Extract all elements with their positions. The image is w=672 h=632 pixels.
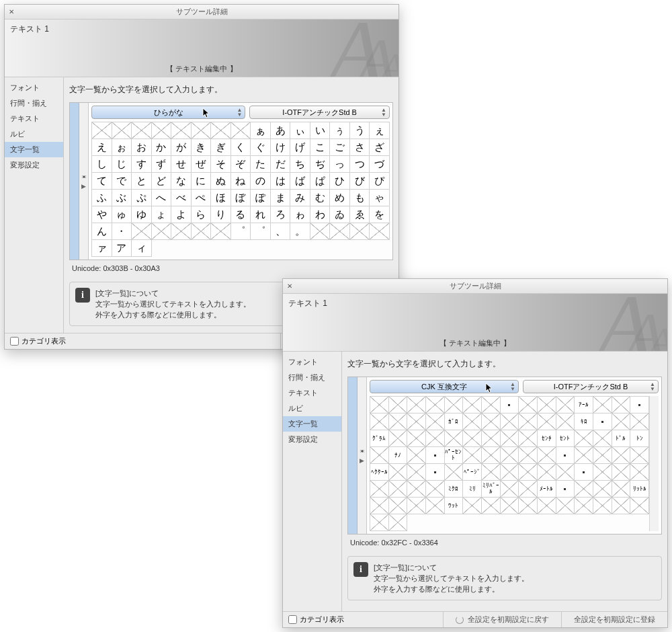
char-cell[interactable]: ｾﾝﾄ bbox=[556, 430, 575, 447]
char-cell[interactable] bbox=[370, 481, 389, 498]
char-cell[interactable]: ﾒｰﾄﾙ bbox=[538, 481, 556, 498]
char-cell[interactable]: で bbox=[112, 173, 132, 190]
char-cell[interactable] bbox=[519, 430, 538, 447]
char-cell[interactable]: ｾﾝﾁ bbox=[538, 430, 556, 447]
sidebar-item[interactable]: フォント bbox=[5, 80, 63, 95]
char-cell[interactable]: げ bbox=[290, 139, 310, 156]
char-cell[interactable]: ﾜｯﾄ bbox=[445, 498, 464, 514]
char-cell[interactable] bbox=[556, 447, 575, 464]
char-cell[interactable]: ァ bbox=[92, 240, 112, 257]
char-cell[interactable]: ぅ bbox=[330, 122, 350, 139]
char-cell[interactable] bbox=[231, 122, 251, 139]
char-cell[interactable]: り bbox=[211, 206, 231, 223]
char-cell[interactable] bbox=[389, 481, 408, 498]
sidebar-item[interactable]: テキスト bbox=[5, 111, 63, 126]
char-cell[interactable] bbox=[426, 464, 445, 481]
char-cell[interactable] bbox=[370, 498, 389, 514]
char-cell[interactable]: ｷﾛ bbox=[575, 413, 593, 430]
visibility-bar[interactable]: ▶ bbox=[79, 103, 89, 260]
char-cell[interactable]: ひ bbox=[330, 173, 350, 190]
char-cell[interactable] bbox=[612, 464, 631, 481]
char-cell[interactable]: ぷ bbox=[132, 190, 152, 206]
category-display-checkbox[interactable]: カテゴリ表示 bbox=[5, 336, 280, 346]
char-cell[interactable]: て bbox=[92, 173, 112, 190]
char-cell[interactable] bbox=[501, 413, 519, 430]
char-cell[interactable]: ゅ bbox=[112, 206, 132, 223]
char-cell[interactable] bbox=[556, 413, 575, 430]
char-cell[interactable]: ﾍﾟｰｼﾞ bbox=[463, 464, 482, 481]
char-cell[interactable] bbox=[445, 464, 464, 481]
char-cell[interactable] bbox=[426, 447, 445, 464]
char-cell[interactable]: へ bbox=[152, 190, 172, 206]
char-cell[interactable] bbox=[389, 514, 408, 531]
char-cell[interactable]: れ bbox=[251, 206, 271, 223]
char-cell[interactable]: ﾄﾝ bbox=[630, 430, 649, 447]
char-cell[interactable]: お bbox=[132, 139, 152, 156]
char-cell[interactable] bbox=[112, 122, 132, 139]
reset-button[interactable]: 全設定を初期設定に戻す bbox=[443, 612, 561, 627]
char-cell[interactable]: そ bbox=[211, 156, 231, 173]
sidebar-item[interactable]: 文字一覧 bbox=[283, 416, 341, 432]
char-cell[interactable] bbox=[556, 498, 575, 514]
char-cell[interactable] bbox=[556, 397, 575, 413]
char-cell[interactable] bbox=[463, 397, 482, 413]
char-cell[interactable]: か bbox=[152, 139, 172, 156]
char-cell[interactable] bbox=[519, 397, 538, 413]
char-cell[interactable] bbox=[407, 464, 426, 481]
char-cell[interactable]: ぼ bbox=[231, 190, 251, 206]
char-cell[interactable]: ｱｰﾙ bbox=[575, 397, 593, 413]
sidebar-item[interactable]: ルビ bbox=[283, 401, 341, 416]
char-cell[interactable]: ざ bbox=[370, 139, 390, 156]
char-cell[interactable]: ら bbox=[192, 206, 212, 223]
char-cell[interactable] bbox=[407, 481, 426, 498]
category-dropdown[interactable]: CJK 互換文字 ▲▼ bbox=[370, 380, 519, 393]
char-cell[interactable] bbox=[370, 413, 389, 430]
char-cell[interactable]: の bbox=[251, 173, 271, 190]
char-cell[interactable] bbox=[132, 223, 152, 240]
char-cell[interactable]: ・ bbox=[112, 223, 132, 240]
char-cell[interactable] bbox=[132, 122, 152, 139]
char-cell[interactable] bbox=[482, 447, 501, 464]
sidebar-item[interactable]: 行間・揃え bbox=[283, 370, 341, 385]
char-cell[interactable] bbox=[482, 464, 501, 481]
sidebar-item[interactable]: 変形設定 bbox=[5, 157, 63, 173]
char-cell[interactable] bbox=[426, 397, 445, 413]
char-cell[interactable] bbox=[593, 397, 612, 413]
char-cell[interactable] bbox=[152, 122, 172, 139]
char-cell[interactable]: ゜ bbox=[231, 223, 251, 240]
char-cell[interactable]: わ bbox=[310, 206, 331, 223]
char-cell[interactable]: ぱ bbox=[310, 173, 331, 190]
char-cell[interactable]: く bbox=[231, 139, 251, 156]
char-cell[interactable] bbox=[482, 397, 501, 413]
char-cell[interactable]: に bbox=[192, 173, 212, 190]
char-cell[interactable]: ろ bbox=[271, 206, 291, 223]
char-cell[interactable]: ぎ bbox=[211, 139, 231, 156]
char-cell[interactable]: ﾐﾘﾊﾞｰﾙ bbox=[482, 481, 501, 498]
char-cell[interactable]: ぜ bbox=[192, 156, 212, 173]
char-cell[interactable]: ﾊﾟｰｾﾝﾄ bbox=[445, 447, 464, 464]
char-cell[interactable]: ぶ bbox=[112, 190, 132, 206]
char-cell[interactable]: ィ bbox=[132, 240, 152, 257]
char-cell[interactable]: ﾅﾉ bbox=[389, 447, 408, 464]
char-cell[interactable] bbox=[445, 397, 464, 413]
char-cell[interactable] bbox=[630, 464, 649, 481]
char-cell[interactable] bbox=[407, 447, 426, 464]
char-cell[interactable]: い bbox=[310, 122, 331, 139]
char-cell[interactable]: え bbox=[92, 139, 112, 156]
character-grid[interactable]: ｱｰﾙｶﾞﾛｷﾛｸﾞﾗﾑｾﾝﾁｾﾝﾄﾄﾞﾙﾄﾝﾅﾉﾊﾟｰｾﾝﾄﾍｸﾀｰﾙﾍﾟｰｼ… bbox=[370, 396, 649, 531]
char-cell[interactable]: さ bbox=[350, 139, 370, 156]
char-cell[interactable] bbox=[575, 464, 593, 481]
char-cell[interactable] bbox=[501, 397, 519, 413]
font-dropdown[interactable]: I-OTFアンチックStd B ▲▼ bbox=[249, 106, 390, 119]
char-cell[interactable]: た bbox=[251, 156, 271, 173]
char-cell[interactable] bbox=[501, 430, 519, 447]
font-dropdown[interactable]: I-OTFアンチックStd B ▲▼ bbox=[523, 380, 659, 393]
char-cell[interactable] bbox=[519, 481, 538, 498]
char-cell[interactable]: う bbox=[350, 122, 370, 139]
char-cell[interactable]: つ bbox=[350, 156, 370, 173]
char-cell[interactable]: す bbox=[132, 156, 152, 173]
char-cell[interactable] bbox=[482, 498, 501, 514]
char-cell[interactable] bbox=[389, 397, 408, 413]
close-icon[interactable]: ✕ bbox=[9, 8, 14, 15]
char-cell[interactable]: な bbox=[171, 173, 192, 190]
